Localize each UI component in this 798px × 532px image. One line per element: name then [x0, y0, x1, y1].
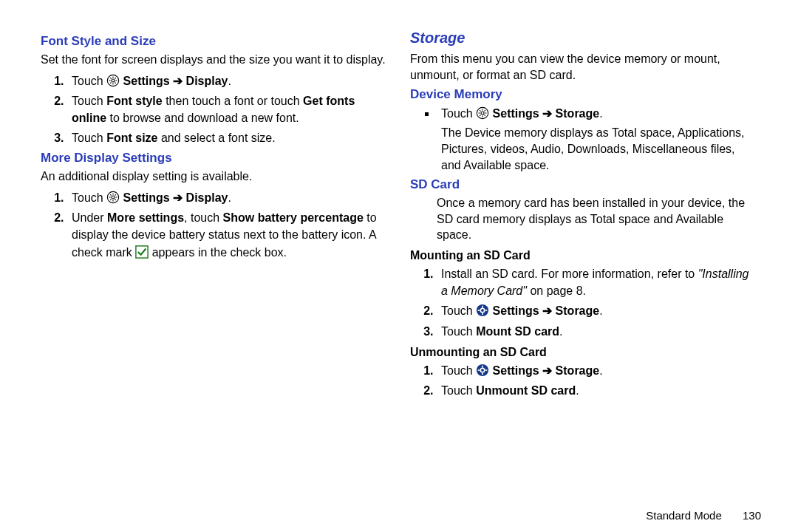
heading-more-display: More Display Settings: [41, 151, 388, 166]
settings-dark-icon: [476, 304, 489, 317]
footer-page-number: 130: [743, 509, 761, 522]
text: Touch: [441, 325, 476, 338]
page-footer: Standard Mode 130: [646, 509, 761, 522]
text: Install an SD card. For more information…: [441, 267, 698, 280]
text: .: [599, 107, 602, 120]
text: .: [599, 364, 602, 377]
device-memory-desc: The Device memory displays as Total spac…: [441, 125, 757, 173]
step-item: Touch Settings ➔ Storage.: [437, 362, 757, 379]
text: Touch: [441, 107, 476, 120]
text: Touch: [72, 95, 106, 107]
heading-font-style-size: Font Style and Size: [41, 34, 388, 49]
intro-more-display: An additional display setting is availab…: [41, 168, 388, 185]
settings-dark-icon: [476, 364, 489, 377]
text: Touch: [72, 75, 106, 87]
text: to browse and download a new font.: [106, 112, 299, 124]
text-bold: Mount SD card: [476, 325, 559, 338]
list-item: Touch Settings ➔ Storage. The Device mem…: [437, 105, 757, 173]
text: , touch: [184, 211, 222, 224]
step-item: Touch Settings ➔ Storage.: [437, 302, 757, 319]
text-bold: Font style: [106, 95, 163, 107]
settings-outline-icon: [106, 191, 120, 204]
sd-card-desc: Once a memory card has been installed in…: [437, 195, 757, 243]
heading-device-memory: Device Memory: [410, 87, 757, 102]
heading-storage: Storage: [410, 30, 757, 47]
text: .: [228, 191, 231, 204]
text: .: [599, 304, 602, 317]
heading-sd-card: SD Card: [410, 177, 757, 192]
step-item: Touch Unmount SD card.: [437, 382, 757, 399]
text-bold: Settings ➔ Storage: [493, 107, 600, 120]
text-bold: Settings ➔ Storage: [493, 364, 600, 377]
settings-outline-icon: [476, 106, 489, 120]
step-item: Touch Mount SD card.: [437, 323, 757, 340]
intro-storage: From this menu you can view the device m…: [410, 51, 757, 83]
step-item: Touch Font size and select a font size.: [67, 129, 388, 146]
text: Touch: [72, 132, 106, 144]
steps-font-style: Touch Settings ➔ Display. Touch Font sty…: [41, 72, 388, 147]
text: .: [576, 384, 579, 397]
text: Touch: [441, 364, 476, 377]
steps-unmounting: Touch Settings ➔ Storage. Touch Unmount …: [410, 362, 757, 399]
text: then touch a font or touch: [163, 95, 303, 107]
manual-page: Font Style and Size Set the font for scr…: [0, 0, 798, 502]
step-item: Install an SD card. For more information…: [437, 265, 757, 299]
text-bold: Font size: [106, 132, 157, 144]
text-bold: Settings ➔ Display: [123, 191, 228, 204]
text-bold: Show battery percentage: [223, 211, 364, 224]
heading-unmounting: Unmounting an SD Card: [410, 346, 757, 359]
text: on page 8.: [527, 284, 586, 297]
right-column: Storage From this menu you can view the …: [399, 30, 768, 488]
text-bold: More settings: [107, 211, 184, 224]
text-bold: Unmount SD card: [476, 384, 576, 397]
steps-mounting: Install an SD card. For more information…: [410, 265, 757, 340]
text: Under: [72, 211, 107, 224]
footer-mode: Standard Mode: [646, 509, 722, 522]
text-bold: Settings ➔ Display: [123, 75, 228, 87]
text: appears in the check box.: [152, 246, 287, 259]
text: .: [228, 75, 231, 87]
step-item: Touch Settings ➔ Display.: [67, 189, 388, 206]
settings-outline-icon: [106, 74, 120, 87]
text-bold: Settings ➔ Storage: [493, 304, 600, 317]
step-item: Touch Settings ➔ Display.: [67, 72, 388, 89]
bullets-device-memory: Touch Settings ➔ Storage. The Device mem…: [410, 105, 757, 173]
intro-font-style: Set the font for screen displays and the…: [41, 52, 388, 68]
heading-mounting: Mounting an SD Card: [410, 249, 757, 262]
text: Touch: [441, 304, 476, 317]
text: Touch: [72, 191, 106, 204]
step-item: Touch Font style then touch a font or to…: [67, 92, 388, 126]
step-item: Under More settings, touch Show battery …: [67, 209, 388, 261]
text: Touch: [441, 384, 476, 397]
steps-more-display: Touch Settings ➔ Display. Under More set…: [41, 189, 388, 261]
text: .: [559, 325, 562, 338]
checkmark-icon: [135, 245, 149, 259]
left-column: Font Style and Size Set the font for scr…: [30, 30, 399, 488]
text: and select a font size.: [157, 132, 275, 144]
